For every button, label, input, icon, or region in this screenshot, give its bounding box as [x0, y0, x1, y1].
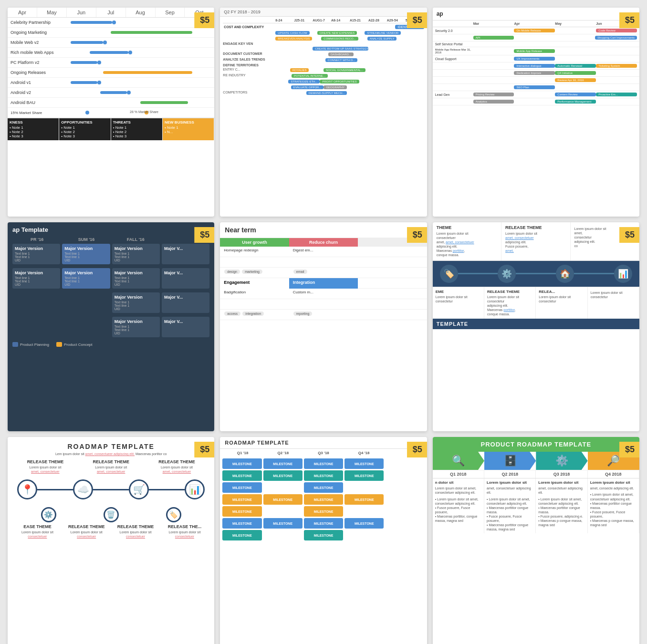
- grid-cell: [406, 63, 424, 67]
- ms-cell: MILESTONE: [222, 482, 261, 493]
- roadmap-chip: Performance Management: [555, 100, 596, 104]
- theme-b-col-2: RELEASE THEME Lorem ipsum dolor sitconse…: [484, 287, 536, 319]
- timeline-header: Apr May Jun Jul Aug Sep Oct: [8, 8, 214, 18]
- grid-chip: EVALUATE OPPOR...: [291, 85, 324, 89]
- prt-bullet: • Lorem ipsum dolor sit amet, consectetu…: [538, 497, 584, 506]
- theme-b-title: EME: [436, 290, 481, 294]
- grid-cell: [357, 58, 374, 62]
- col-mar: Mar: [473, 22, 514, 25]
- subtitle-link[interactable]: amet, consectueer adipiscing elit.: [85, 452, 135, 456]
- grid-row: UPDATE CASH FLOW CREATE NEW EXPENSES STR…: [223, 31, 424, 35]
- quarter-sum16: SUM '16: [62, 237, 111, 242]
- quarter-row: Q1 '18 Q2 '18 Q3 '18 Q4 '18: [220, 449, 427, 457]
- ms-cell: MILESTONE: [304, 518, 343, 529]
- grid-row: BREAKEVEN ANALYSIS COMMISSIONS RECO... A…: [223, 36, 424, 41]
- rh-link[interactable]: amet, consectetuer: [163, 470, 191, 473]
- quarterly-header: Q2 FY 2018 - 2019: [220, 8, 427, 17]
- date-q2: Q2 2018: [484, 470, 536, 478]
- bar-container: [63, 39, 211, 46]
- chart-icon-2: 📊: [185, 479, 205, 499]
- release-cell: Major Version Text line 1Text line 1UID: [112, 292, 160, 313]
- bar-container: [63, 89, 211, 96]
- ms-cell-empty: [385, 494, 424, 505]
- ms-cell: MILESTONE: [222, 530, 261, 540]
- timeline-row: PC Platform v2: [8, 58, 214, 68]
- timeline-row: Celebrity Partnership: [8, 18, 214, 28]
- grid-row: DOCUMENT CUSTOMER DASHBOARD...: [223, 52, 424, 57]
- prt-header: PRODUCT ROADMAP TEMPLATE: [433, 437, 639, 452]
- grid-cell: [360, 73, 376, 78]
- swot-section: KNESS • Note 1 • Note 2 • Note 3 OPPORTU…: [8, 118, 214, 140]
- rb-link[interactable]: consectetuer: [77, 535, 96, 538]
- grid-cell: [294, 46, 313, 51]
- prt-bullet-list: • Lorem ipsum dolor sit amet, consectetu…: [435, 497, 481, 523]
- grid-chip: SOCIAL GOVERNMENTAL...: [324, 68, 365, 72]
- rh-link[interactable]: amet, consectetuer: [97, 470, 125, 473]
- month-may: May: [37, 8, 67, 17]
- rh-link[interactable]: amet, consectetuer: [31, 470, 60, 473]
- theme-b-col-4: Lorem ipsum dolor sitconsectetur: [588, 287, 639, 319]
- grid-cell: [293, 52, 311, 57]
- roadmap-chip: Proactive Em...: [596, 93, 637, 96]
- grid-cell: [408, 73, 424, 78]
- price-badge-3: $5: [619, 12, 639, 28]
- nt-item: [358, 310, 427, 320]
- icon-timeline-circles: 📍 ☁️ 🛒 📊: [8, 474, 214, 505]
- theme-col-1: THEME Lorem ipsum dolor sitconsectetuera…: [433, 222, 501, 260]
- release-title: Major Version: [115, 319, 157, 324]
- rb-title: RELEASE THEME: [64, 524, 109, 529]
- legend-label: Product Concept: [64, 343, 93, 347]
- row-label: Lead Gen: [435, 93, 473, 96]
- grid-cell: [368, 46, 387, 51]
- nt-item: [358, 299, 427, 310]
- roadmap-chip: Q4 Initiative: [555, 71, 596, 75]
- release-row-1: Major Version Text line 1Text line 1UID …: [8, 242, 214, 266]
- rb-link[interactable]: consectetuer: [175, 535, 194, 538]
- milestone-row: MILESTONE MILESTONE: [222, 530, 424, 540]
- roadmap-chip: SEO Plan: [514, 85, 555, 89]
- legend: Product Planning Product Concept: [8, 339, 214, 350]
- prt-col-title: Lorem ipsum dolor sit: [590, 480, 637, 485]
- row-label: Mobile App Release Mar 31, 2016: [435, 48, 473, 54]
- rh-title: RELEASE THEME: [81, 459, 142, 464]
- grid-row: ENTRY C... ROYALIES SOCIAL GOVERNMENTAL.…: [223, 68, 424, 73]
- roadmap-row: Cloud Support UX Improvements: [433, 55, 639, 62]
- prt-col-title: n dolor sit: [435, 480, 481, 485]
- card-milestone: $5 ROADMAP TEMPLATE Q1 '18 Q2 '18 Q3 '18…: [220, 437, 427, 644]
- pin-icon: 📍: [17, 479, 37, 499]
- roadmap-row: Review Apr 30, 2016: [433, 77, 639, 84]
- swot-item: • N...: [165, 130, 212, 134]
- legend-icon: [56, 342, 62, 347]
- bar: [71, 41, 103, 44]
- bar-container: [63, 69, 211, 76]
- bar-container: 28 % Market Share: [63, 109, 211, 116]
- grid-cell: [380, 68, 395, 73]
- grid-cell: [407, 52, 424, 57]
- milestone-row: MILESTONE MILESTONE MILESTONE MILESTONE: [222, 518, 424, 529]
- nt-item-tags: reporting: [289, 310, 358, 320]
- date-q3: Q3 2018: [536, 470, 587, 478]
- grid-cell: [393, 85, 408, 90]
- release-cell: Major Version Text line 1Text line 1UID: [112, 244, 160, 264]
- release-cell: Major Version Text line 1Text line 1UID: [112, 268, 160, 289]
- theme-title: THEME: [437, 225, 497, 230]
- prt-bullet: • Maecenas porttitor congue massa, magna…: [487, 523, 533, 531]
- tag-icon-2: 🏷️: [166, 507, 181, 522]
- bar-container: [63, 49, 211, 56]
- rb-link[interactable]: consectetuer: [28, 535, 47, 538]
- grid-chip: STRATEGIZE ETH...: [288, 80, 320, 83]
- tag-marketing: marketing: [242, 270, 262, 274]
- nt-item: [358, 247, 427, 257]
- roadmap-row: Lead Gen Pricing Review Content Review P…: [433, 91, 639, 98]
- grid-row: STRATEGIZE ETH... PROFIT OPPORTUNITIES: [223, 79, 424, 84]
- prt-arrow-row: 🔍 🗄️ ⚙️ 🔎: [433, 452, 639, 470]
- rb-link[interactable]: consectetuer: [126, 535, 145, 538]
- swot-item: • Note 1: [61, 125, 108, 130]
- timeline-row: 15% Market Share 28 % Market Share: [8, 108, 214, 118]
- col-h: A15-21: [350, 19, 368, 22]
- grid-cell: [387, 46, 406, 51]
- release-cell: Major Version Text line 1Text line 1UID: [112, 317, 160, 337]
- roadmap-chip: Analytics: [473, 100, 514, 104]
- month-jun: Jun: [67, 8, 96, 17]
- release-header-col-3: RELEASE THEME Lorem ipsum dolor sitamet,…: [146, 459, 208, 474]
